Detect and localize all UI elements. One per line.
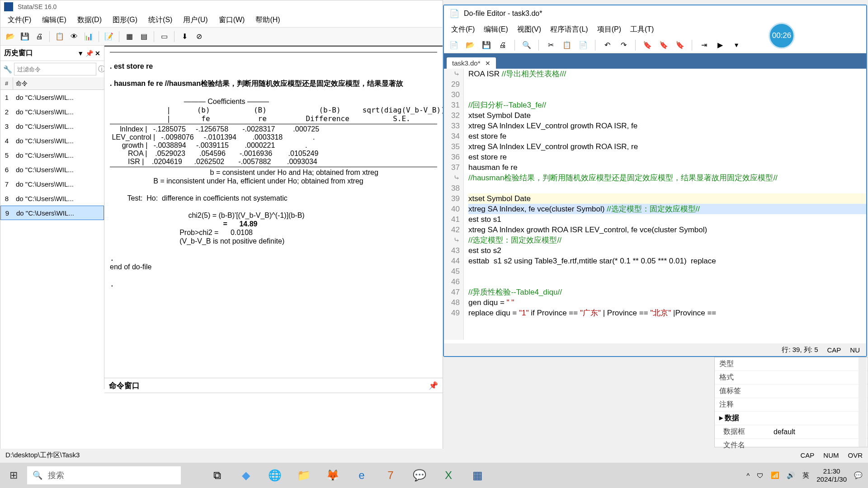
- paste-icon[interactable]: 📄: [577, 39, 590, 52]
- tray-chevron-icon[interactable]: ^: [746, 472, 750, 479]
- ovr-indicator: OVR: [848, 451, 863, 459]
- menu-edit[interactable]: 编辑(E): [37, 14, 71, 27]
- dropdown-icon[interactable]: ▾: [730, 39, 743, 52]
- start-button[interactable]: ⊞: [0, 463, 27, 488]
- property-row[interactable]: 数据框default: [715, 425, 868, 439]
- app-icon[interactable]: ◆: [237, 466, 255, 484]
- bookmark-icon[interactable]: 🔖: [641, 39, 654, 52]
- history-title: 历史窗口: [4, 48, 33, 58]
- execute-icon[interactable]: ▶: [714, 39, 726, 52]
- pin-icon[interactable]: 📌: [85, 50, 93, 57]
- timer-bubble[interactable]: 00:26: [769, 23, 795, 49]
- dofile-icon[interactable]: 📝: [103, 30, 115, 43]
- menu-user[interactable]: 用户(U): [178, 14, 213, 27]
- bookmark-prev-icon[interactable]: 🔖: [674, 39, 686, 52]
- history-row[interactable]: 3do "C:\Users\WIL...: [0, 119, 104, 133]
- menu-statistics[interactable]: 统计(S): [143, 14, 178, 27]
- code-editor[interactable]: ⤷293031323334353637⤷3839404142⤷434445464…: [444, 69, 866, 340]
- property-row[interactable]: 注释: [715, 398, 868, 412]
- redo-icon[interactable]: ↷: [617, 39, 630, 52]
- menu-help[interactable]: 帮助(H): [250, 14, 285, 27]
- menu-language[interactable]: 程序语言(L): [546, 23, 593, 36]
- stata-icon[interactable]: ▦: [468, 466, 486, 484]
- menu-window[interactable]: 窗口(W): [213, 14, 250, 27]
- break-icon[interactable]: ⊘: [193, 30, 205, 43]
- indent-icon[interactable]: ⇥: [698, 39, 710, 52]
- history-row[interactable]: 6do "C:\Users\WIL...: [0, 162, 104, 177]
- ime-indicator[interactable]: 英: [802, 471, 809, 480]
- menu-tools[interactable]: 工具(T): [626, 23, 658, 36]
- new-icon[interactable]: 📄: [448, 39, 460, 52]
- excel-icon[interactable]: X: [439, 466, 458, 484]
- save-icon[interactable]: 💾: [19, 30, 31, 43]
- menu-project[interactable]: 项目(P): [593, 23, 626, 36]
- open-icon[interactable]: 📂: [464, 39, 476, 52]
- document-icon: 📄: [449, 9, 459, 19]
- filter-icon[interactable]: ▼: [77, 50, 84, 57]
- results-panel[interactable]: . est store re . hausman fe re //hausman…: [104, 46, 443, 362]
- copy-icon[interactable]: 📋: [561, 39, 573, 52]
- num-indicator: NU: [850, 346, 860, 354]
- dofile-title: Do-file Editor - task3.do*: [464, 9, 542, 18]
- close-icon[interactable]: ✕: [485, 60, 491, 67]
- history-row[interactable]: 7do "C:\Users\WIL...: [0, 177, 104, 191]
- history-row[interactable]: 1do "C:\Users\WIL...: [0, 90, 104, 104]
- wechat-icon[interactable]: 💬: [410, 466, 429, 484]
- command-input[interactable]: [104, 393, 443, 429]
- pin-icon[interactable]: 📌: [429, 381, 438, 390]
- undo-icon[interactable]: ↶: [601, 39, 613, 52]
- cut-icon[interactable]: ✂: [544, 39, 557, 52]
- shield-icon[interactable]: 🛡: [757, 472, 764, 479]
- menu-data[interactable]: 数据(D): [72, 14, 107, 27]
- dofile-titlebar: 📄 Do-file Editor - task3.do*: [444, 5, 866, 22]
- log-icon[interactable]: 📋: [53, 30, 66, 43]
- tab-task3[interactable]: task3.do* ✕: [447, 57, 496, 69]
- menu-view[interactable]: 视图(V): [513, 23, 546, 36]
- close-icon[interactable]: ✕: [95, 50, 100, 57]
- menu-graphics[interactable]: 图形(G): [107, 14, 143, 27]
- 7zip-icon[interactable]: 7: [382, 466, 400, 484]
- status-path: D:\desktop\工作区\Task3: [5, 451, 80, 460]
- history-row[interactable]: 4do "C:\Users\WIL...: [0, 133, 104, 148]
- file-explorer-icon[interactable]: 📁: [295, 466, 313, 484]
- print-icon[interactable]: 🖨: [496, 39, 509, 52]
- menu-edit[interactable]: 编辑(E): [479, 23, 512, 36]
- property-row[interactable]: 格式: [715, 371, 868, 385]
- view-icon[interactable]: 👁: [68, 30, 80, 43]
- property-group[interactable]: ▸ 数据: [715, 412, 868, 425]
- property-row[interactable]: 值标签: [715, 385, 868, 398]
- bookmark-next-icon[interactable]: 🔖: [657, 39, 670, 52]
- graph-icon[interactable]: 📊: [82, 30, 95, 43]
- history-row[interactable]: 2do "C:\Users\WIL...: [0, 104, 104, 119]
- taskbar-clock[interactable]: 21:30 2024/1/30: [816, 467, 847, 483]
- edge-icon[interactable]: e: [353, 466, 371, 484]
- dofile-tabs: task3.do* ✕: [444, 53, 866, 69]
- search-icon[interactable]: 🔍: [520, 39, 533, 52]
- history-row[interactable]: 5do "C:\Users\WIL...: [0, 148, 104, 162]
- stata-main-window: Stata/SE 16.0 文件(F) 编辑(E) 数据(D) 图形(G) 统计…: [0, 0, 443, 450]
- history-row[interactable]: 8do "C:\Users\WIL...: [0, 191, 104, 206]
- chrome-icon[interactable]: 🌐: [266, 466, 284, 484]
- taskbar-search[interactable]: 🔍 搜索: [27, 466, 181, 484]
- filter-input[interactable]: [14, 63, 96, 75]
- save-icon[interactable]: 💾: [480, 39, 493, 52]
- print-icon[interactable]: 🖨: [33, 30, 46, 43]
- data-browser-icon[interactable]: ▤: [137, 30, 150, 43]
- history-col-num[interactable]: #: [0, 77, 13, 89]
- firefox-icon[interactable]: 🦊: [324, 466, 342, 484]
- menu-file[interactable]: 文件(F): [2, 14, 37, 27]
- scrollbar[interactable]: [859, 357, 867, 447]
- wifi-icon[interactable]: 📶: [771, 471, 779, 479]
- menu-file[interactable]: 文件(F): [447, 23, 479, 36]
- open-icon[interactable]: 📂: [4, 30, 17, 43]
- more-icon[interactable]: ⬇: [178, 30, 191, 43]
- volume-icon[interactable]: 🔊: [787, 471, 795, 479]
- notifications-icon[interactable]: 💬: [854, 471, 863, 479]
- variables-icon[interactable]: ▭: [158, 30, 170, 43]
- history-col-cmd[interactable]: 命令: [13, 77, 104, 89]
- wrench-icon[interactable]: 🔧: [3, 65, 12, 74]
- property-row[interactable]: 类型: [715, 357, 868, 371]
- history-row[interactable]: 9do "C:\Users\WIL...: [0, 206, 104, 220]
- task-view-icon[interactable]: ⧉: [208, 466, 226, 484]
- data-editor-icon[interactable]: ▦: [123, 30, 136, 43]
